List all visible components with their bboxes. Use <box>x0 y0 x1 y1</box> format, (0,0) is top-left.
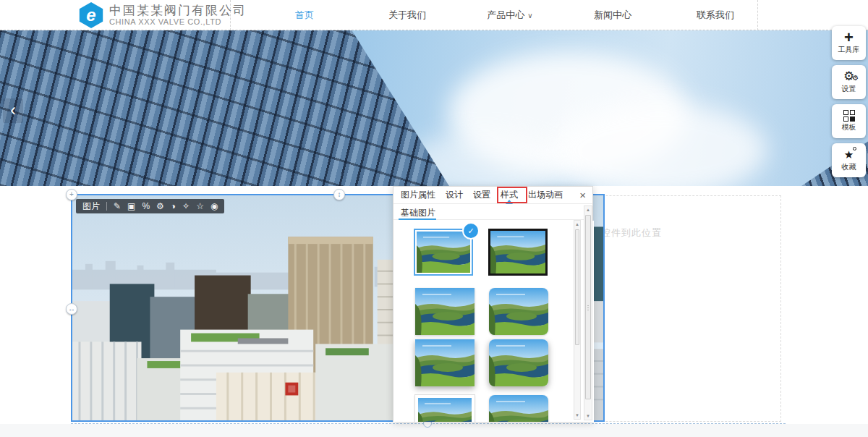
palette-icon[interactable]: ◑ <box>171 199 176 213</box>
logo-mark-icon: e <box>78 2 104 28</box>
preview-eye-icon[interactable]: ◉ <box>210 199 218 213</box>
gear-icon[interactable]: ⚙ <box>156 199 164 213</box>
nav-item-contact[interactable]: 联系我们 <box>664 0 767 30</box>
popup-subtabbar: 基础图片 <box>393 205 592 220</box>
scroll-down-icon[interactable]: ▼ <box>584 412 592 420</box>
style-thumbnail[interactable] <box>489 339 548 386</box>
gears-icon: ⚙⚙ <box>843 70 854 83</box>
site-logo[interactable]: e 中国某某阀门有限公司 CHINA XXX VALVE CO.,LTD <box>78 2 247 28</box>
scrollbar-thumb[interactable] <box>585 215 591 399</box>
edit-pencil-icon[interactable]: ✎ <box>114 199 121 213</box>
nav-item-about[interactable]: 关于我们 <box>356 0 459 30</box>
banner-building-photo <box>0 30 463 186</box>
scrollbar-thumb[interactable] <box>575 229 579 345</box>
tab-design[interactable]: 设计 <box>446 189 463 201</box>
scroll-up-icon[interactable]: ▲ <box>574 221 580 228</box>
chevron-down-icon: ∨ <box>527 12 532 20</box>
toolbar-divider <box>106 202 107 211</box>
effects-wand-icon[interactable]: ✧ <box>182 199 190 213</box>
move-handle[interactable]: + <box>66 189 77 200</box>
favorite-star-icon[interactable]: ☆ <box>196 199 204 213</box>
subtab-basic-images[interactable]: 基础图片 <box>401 207 435 219</box>
carousel-prev-button[interactable]: ‹ <box>3 98 23 123</box>
main-nav: 首页 关于我们 产品中心 ∨ 新闻中心 联系我们 <box>253 0 767 30</box>
crop-ratio-icon[interactable]: % <box>142 199 150 213</box>
resize-handle-top[interactable]: ↕ <box>333 189 345 200</box>
scroll-down-icon[interactable]: ▼ <box>574 412 580 419</box>
settings-label: 设置 <box>842 84 856 94</box>
style-thumbnail[interactable] <box>415 395 475 422</box>
toolbox-label: 工具库 <box>838 45 860 55</box>
image-style-popup: 图片属性 设计 设置 样式 出场动画 × 基础图片 ✓ ▲ ▼ <box>393 186 593 422</box>
scroll-up-icon[interactable]: ▲ <box>584 206 592 213</box>
page-bottom-area <box>0 424 868 437</box>
company-name-en: CHINA XXX VALVE CO.,LTD <box>109 17 247 27</box>
style-thumbnail[interactable] <box>415 339 475 386</box>
settings-button[interactable]: ⚙⚙ 设置 <box>832 65 866 99</box>
toolbox-button[interactable]: + 工具库 <box>832 26 866 60</box>
replace-image-icon[interactable]: ▣ <box>127 199 135 213</box>
style-thumbnail[interactable] <box>489 288 548 335</box>
style-thumbnail-grid: ✓ <box>393 221 594 422</box>
company-name: 中国某某阀门有限公司 <box>109 4 247 17</box>
inner-scrollbar[interactable]: ▲ ▼ <box>574 220 581 420</box>
nav-item-products[interactable]: 产品中心 ∨ <box>459 0 561 30</box>
templates-button[interactable]: 模板 <box>832 104 866 138</box>
toolbar-type-label: 图片 <box>82 200 100 213</box>
check-icon: ✓ <box>464 224 478 238</box>
nav-item-products-label: 产品中心 <box>487 9 524 22</box>
style-thumbnail[interactable] <box>489 395 548 422</box>
nav-item-news[interactable]: 新闻中心 <box>561 0 664 30</box>
nav-item-home[interactable]: 首页 <box>253 0 356 30</box>
hero-banner[interactable]: ‹ <box>0 30 868 186</box>
editor-stage: ‹ e 中国某某阀门有限公司 CHINA XXX VALVE CO.,LTD 首… <box>0 0 868 437</box>
site-header: e 中国某某阀门有限公司 CHINA XXX VALVE CO.,LTD 首页 … <box>0 0 868 30</box>
plus-icon: + <box>844 31 854 44</box>
image-edit-toolbar: 图片 ✎ ▣ % ⚙ ◑ ✧ ☆ ◉ <box>76 199 224 213</box>
style-thumbnail[interactable] <box>415 288 475 335</box>
favorites-button[interactable]: ★ 收藏 <box>832 143 866 177</box>
outer-scrollbar[interactable]: ▲ ▼ <box>584 205 592 420</box>
resize-handle-left[interactable]: ↔ <box>66 303 77 315</box>
star-badge-icon: ★ <box>844 148 854 161</box>
favorites-label: 收藏 <box>842 162 856 172</box>
templates-label: 模板 <box>842 122 856 132</box>
subtab-active-underline <box>399 218 436 220</box>
close-icon[interactable]: × <box>579 189 586 202</box>
popup-tabbar: 图片属性 设计 设置 样式 出场动画 <box>393 187 592 204</box>
style-thumbnail[interactable] <box>488 229 548 276</box>
tab-image-properties[interactable]: 图片属性 <box>401 189 435 201</box>
template-grid-icon <box>843 110 855 122</box>
style-thumbnail[interactable]: ✓ <box>414 229 473 276</box>
tab-entrance-animation[interactable]: 出场动画 <box>528 189 563 201</box>
active-tab-pointer <box>506 200 513 204</box>
tab-settings[interactable]: 设置 <box>473 189 490 201</box>
